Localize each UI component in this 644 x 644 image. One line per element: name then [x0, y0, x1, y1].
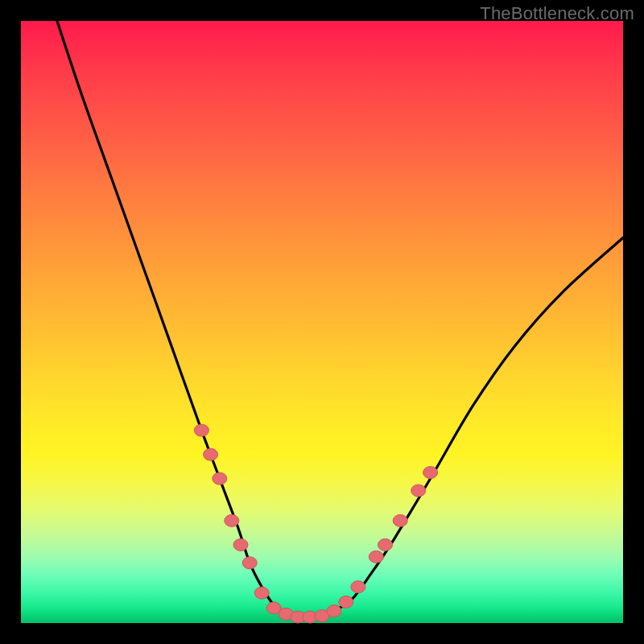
curve-marker — [411, 485, 426, 497]
curve-marker — [194, 424, 208, 436]
curve-marker — [339, 596, 353, 608]
curve-marker — [254, 587, 269, 599]
curve-marker — [369, 551, 383, 563]
curve-marker — [233, 539, 248, 551]
curve-marker — [225, 514, 239, 526]
curve-layer — [57, 21, 623, 617]
curve-marker — [204, 448, 218, 460]
marker-layer — [194, 424, 437, 623]
curve-marker — [242, 557, 257, 569]
chart-svg — [21, 21, 623, 623]
chart-frame: TheBottleneck.com — [0, 0, 644, 644]
curve-marker — [327, 605, 341, 617]
watermark-text: TheBottleneck.com — [480, 3, 634, 24]
bottleneck-curve-path — [57, 21, 623, 617]
curve-marker — [213, 473, 227, 485]
curve-marker — [393, 514, 407, 526]
curve-marker — [378, 539, 393, 551]
curve-marker — [423, 467, 438, 479]
curve-marker — [351, 581, 365, 593]
